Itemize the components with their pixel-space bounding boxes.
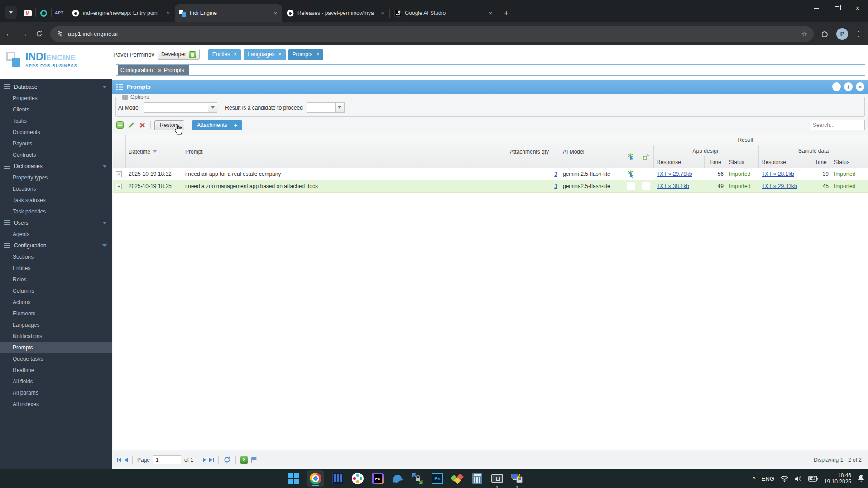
sidebar-item-contracts[interactable]: Contracts <box>0 149 112 160</box>
taskbar-diff-tool[interactable] <box>451 472 464 485</box>
sidebar-item-sections[interactable]: Sections <box>0 251 112 262</box>
edit-row-button[interactable] <box>127 121 135 130</box>
delete-row-button[interactable] <box>138 121 147 130</box>
tab-languages[interactable]: Languages× <box>244 49 285 60</box>
forward-button[interactable]: → <box>20 30 28 38</box>
tab-prompts[interactable]: Prompts× <box>288 49 324 60</box>
pinned-tab-api[interactable]: API <box>52 5 67 21</box>
taskbar-phpstorm[interactable]: PS <box>371 472 384 485</box>
prev-page-button[interactable] <box>125 458 128 462</box>
column-header-autorun[interactable] <box>623 145 638 168</box>
tray-expand-icon[interactable]: ^ <box>752 475 756 482</box>
sidebar-item-realtime[interactable]: Realtime <box>0 364 112 376</box>
tab-entities[interactable]: Entities× <box>208 49 241 60</box>
sidebar-item-payouts[interactable]: Payouts <box>0 138 112 149</box>
table-row[interactable]: + 2025-10-19 18:25 i need a zoo manageme… <box>113 180 868 193</box>
taskbar-photoshop[interactable]: Ps <box>431 472 444 485</box>
next-page-button[interactable] <box>203 458 206 462</box>
refresh-button[interactable] <box>223 456 231 464</box>
column-header-attachments-qty[interactable]: Attachments qty <box>507 135 560 168</box>
table-row[interactable]: + 2025-10-19 18:32 i need an app for a r… <box>113 168 868 180</box>
wifi-icon[interactable] <box>780 475 789 482</box>
start-button[interactable] <box>287 472 300 485</box>
taskbar-calculator[interactable] <box>471 472 484 485</box>
sidebar-item-roles[interactable]: Roles <box>0 274 112 285</box>
add-row-button[interactable] <box>115 121 124 130</box>
profile-avatar[interactable]: P <box>836 28 848 40</box>
extensions-icon[interactable] <box>821 30 829 38</box>
app-response-link[interactable]: TXT » 29.78kb <box>657 171 692 177</box>
taskbar-mysql-workbench[interactable] <box>391 472 404 485</box>
row-expander[interactable]: + <box>116 171 122 177</box>
search-input[interactable] <box>810 120 865 130</box>
last-page-button[interactable] <box>209 458 214 462</box>
column-header-app-time[interactable]: Time <box>705 156 726 168</box>
browser-tab-indi-engine[interactable]: Indi Engine × <box>175 4 282 22</box>
sidebar-item-locations[interactable]: Locations <box>0 183 112 194</box>
developer-button[interactable]: Developer <box>158 49 200 60</box>
pinned-tab-gmail[interactable]: M <box>20 5 35 21</box>
page-number-input[interactable] <box>153 455 181 464</box>
first-page-button[interactable] <box>117 458 121 462</box>
sidebar-group-database[interactable]: Database <box>0 81 112 92</box>
tab-search-button[interactable] <box>5 6 17 19</box>
restore-button[interactable]: Restore <box>154 120 184 130</box>
browser-menu-icon[interactable]: ⋮ <box>855 29 863 38</box>
reload-button[interactable] <box>35 30 43 38</box>
sidebar-item-property-types[interactable]: Property types <box>0 172 112 183</box>
flag-button[interactable] <box>251 456 258 464</box>
sidebar-item-clients[interactable]: Clients <box>0 104 112 115</box>
panel-close-button[interactable]: × <box>856 82 864 91</box>
candidate-combo[interactable] <box>307 102 345 113</box>
sidebar-item-properties[interactable]: Properties <box>0 92 112 104</box>
taskbar-vm-monitor[interactable] <box>491 472 504 485</box>
browser-tab-github-releases[interactable]: Releases · pavel-perminov/mya × <box>282 4 389 22</box>
close-icon[interactable]: × <box>487 10 494 17</box>
volume-icon[interactable] <box>795 475 802 482</box>
sidebar-item-notifications[interactable]: Notifications <box>0 330 112 342</box>
sidebar-item-all-params[interactable]: All params <box>0 387 112 398</box>
dropdown-trigger-icon[interactable] <box>335 103 344 112</box>
column-header-open-result[interactable] <box>638 145 654 168</box>
address-bar[interactable]: app1.indi-engine.ai ☆ <box>50 26 814 42</box>
column-header-app-response[interactable]: Response <box>654 156 705 168</box>
sidebar-item-languages[interactable]: Languages <box>0 319 112 330</box>
taskbar-remote-desktop[interactable] <box>511 472 523 485</box>
browser-tab-github-newapp[interactable]: indi-engine/newapp: Entry poin × <box>67 4 175 22</box>
sidebar-item-tasks[interactable]: Tasks <box>0 115 112 126</box>
close-icon[interactable]: × <box>165 10 171 17</box>
row-expander[interactable]: + <box>116 184 122 189</box>
window-minimize-button[interactable] <box>806 0 826 16</box>
bookmark-star-icon[interactable]: ☆ <box>801 30 807 38</box>
panel-collapse-button[interactable]: − <box>832 82 841 91</box>
dropdown-trigger-icon[interactable] <box>208 103 217 112</box>
taskbar-chrome-active[interactable] <box>307 470 324 487</box>
column-header-ai-model[interactable]: AI Model <box>560 135 623 168</box>
sidebar-item-columns[interactable]: Columns <box>0 285 112 296</box>
app-response-link[interactable]: TXT » 38.1kb <box>657 183 689 189</box>
sidebar-item-all-indexes[interactable]: All indexes <box>0 398 112 410</box>
sample-response-link[interactable]: TXT » 28.1kb <box>762 171 794 177</box>
new-tab-button[interactable]: + <box>500 7 513 19</box>
sidebar-item-elements[interactable]: Elements <box>0 308 112 319</box>
battery-icon[interactable] <box>808 476 818 482</box>
sidebar-item-task-priorities[interactable]: Task priorities <box>0 206 112 217</box>
sidebar-item-queue-tasks[interactable]: Queue tasks <box>0 353 112 364</box>
sidebar-group-configuration[interactable]: Configuration <box>0 240 112 251</box>
tune-icon[interactable] <box>57 30 63 37</box>
browser-tab-ai-studio[interactable]: Google AI Studio × <box>390 4 497 22</box>
close-icon[interactable]: × <box>234 51 237 58</box>
sidebar-item-prompts[interactable]: Prompts <box>0 342 112 353</box>
back-button[interactable]: ← <box>5 30 13 38</box>
options-legend[interactable]: Options <box>120 94 152 100</box>
spark-run-icon[interactable] <box>627 170 634 178</box>
sample-response-link[interactable]: TXT » 29.83kb <box>762 183 797 189</box>
column-header-sample-status[interactable]: Status <box>831 156 868 168</box>
sidebar-group-dictionaries[interactable]: Dictionaries <box>0 160 112 172</box>
sidebar-item-task-statuses[interactable]: Task statuses <box>0 194 112 206</box>
taskbar-clock[interactable]: 18:46 19.10.2025 <box>824 472 851 485</box>
sidebar-item-agents[interactable]: Agents <box>0 228 112 240</box>
pinned-tab-ring[interactable] <box>36 5 51 21</box>
close-icon[interactable]: × <box>278 51 282 58</box>
sidebar-item-actions[interactable]: Actions <box>0 296 112 308</box>
